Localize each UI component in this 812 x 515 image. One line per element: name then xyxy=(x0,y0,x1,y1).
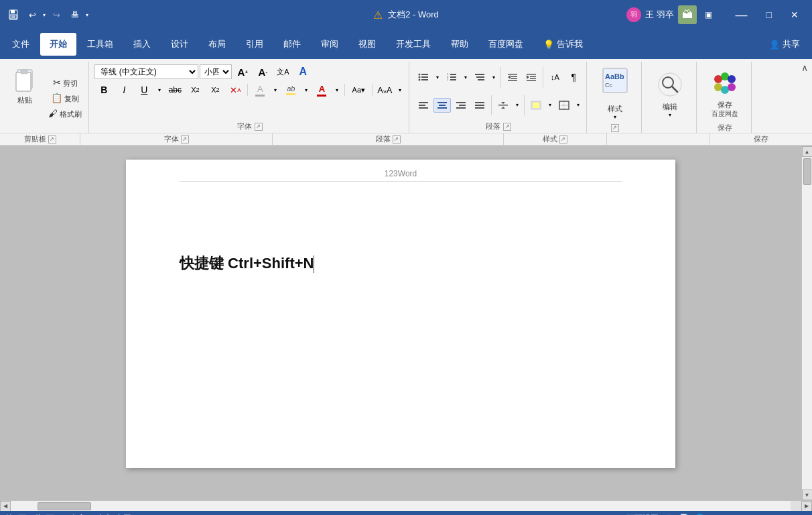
document-page[interactable]: 123Word 快捷键 Ctrl+Shift+N xyxy=(126,160,675,468)
h-scroll-thumb[interactable] xyxy=(38,502,91,510)
paste-button[interactable]: 粘贴 xyxy=(7,64,43,108)
clipboard-expand-icon[interactable]: ↗ xyxy=(48,135,56,144)
redo-btn[interactable]: ↪ xyxy=(48,7,64,23)
ribbon-collapse-btn[interactable]: ∧ xyxy=(799,62,811,74)
style-expand-icon2[interactable]: ↗ xyxy=(559,135,567,144)
menu-home[interactable]: 开始 xyxy=(40,33,76,56)
menu-design[interactable]: 设计 xyxy=(161,33,198,56)
shading-dropdown[interactable]: ▾ xyxy=(546,98,554,113)
text-color-btn[interactable]: A xyxy=(312,81,331,99)
menu-mailings[interactable]: 邮件 xyxy=(274,33,310,56)
minimize-btn[interactable]: — xyxy=(728,7,756,23)
menu-share[interactable]: 👤 共享 xyxy=(760,33,809,56)
menu-developer[interactable]: 开发工具 xyxy=(387,33,440,56)
save-baidu-button[interactable]: 保存 百度网盘 xyxy=(705,63,745,121)
undo-dropdown[interactable]: ▾ xyxy=(43,12,46,18)
align-right-btn[interactable] xyxy=(452,98,470,113)
font-color-dropdown[interactable]: ▾ xyxy=(271,82,280,97)
vertical-scrollbar[interactable]: ▲ ▼ xyxy=(801,146,812,500)
menu-review[interactable]: 审阅 xyxy=(312,33,348,56)
menu-references[interactable]: 引用 xyxy=(236,33,273,56)
aa-btn[interactable]: Aa▾ xyxy=(348,82,369,97)
menu-help[interactable]: 帮助 xyxy=(442,33,478,56)
clear-format-btn[interactable]: ✕A xyxy=(226,82,245,97)
menu-view[interactable]: 视图 xyxy=(349,33,385,56)
scroll-down-btn[interactable]: ▼ xyxy=(802,490,813,500)
scroll-up-btn[interactable]: ▲ xyxy=(802,146,813,157)
underline-button[interactable]: U xyxy=(135,82,153,97)
scroll-thumb[interactable] xyxy=(803,158,811,185)
undo-btn[interactable]: ↩ xyxy=(24,7,40,23)
align-left-btn[interactable] xyxy=(415,98,432,113)
highlight-dropdown[interactable]: ▾ xyxy=(301,82,311,97)
bold-button[interactable]: B xyxy=(94,82,113,97)
bullets-dropdown[interactable]: ▾ xyxy=(433,70,442,84)
multilevel-dropdown[interactable]: ▾ xyxy=(490,70,498,84)
char-spacing-dropdown[interactable]: ▾ xyxy=(395,82,405,97)
menu-layout[interactable]: 布局 xyxy=(199,33,235,56)
print-preview-btn[interactable]: 🖶 xyxy=(67,7,83,23)
char-spacing-btn[interactable]: AᵥA xyxy=(375,82,394,97)
shading-btn[interactable] xyxy=(527,98,545,113)
customize-qa-btn[interactable]: ▾ xyxy=(86,12,88,18)
superscript-btn[interactable]: X2 xyxy=(206,82,224,97)
decrease-indent-btn[interactable] xyxy=(504,70,521,84)
document-content[interactable]: 快捷键 Ctrl+Shift+N xyxy=(180,253,622,274)
numbering-btn[interactable]: 1.2.3. xyxy=(443,70,460,84)
font-expand-btn[interactable]: ↗ xyxy=(255,123,263,131)
cut-button[interactable]: ✂ 剪切 xyxy=(46,76,84,90)
maximize-btn[interactable]: □ xyxy=(758,8,780,21)
svg-rect-43 xyxy=(475,107,484,109)
underline-dropdown[interactable]: ▾ xyxy=(155,82,164,97)
strikethrough-btn[interactable]: abc xyxy=(165,82,184,97)
font-size-select[interactable]: 小四 xyxy=(200,64,232,79)
h-scroll-left-btn[interactable]: ◀ xyxy=(0,501,11,512)
font-a-btn[interactable]: A xyxy=(293,64,312,79)
line-spacing-btn[interactable] xyxy=(494,98,512,113)
justify-btn[interactable] xyxy=(471,98,488,113)
borders-dropdown[interactable]: ▾ xyxy=(574,98,582,113)
format-painter-button[interactable]: 🖌 格式刷 xyxy=(46,107,84,121)
increase-indent-btn[interactable] xyxy=(523,70,540,84)
svg-rect-30 xyxy=(530,78,536,80)
menu-file[interactable]: 文件 xyxy=(3,33,39,56)
font-family-select[interactable]: 等线 (中文正文) xyxy=(94,64,198,79)
menu-toolbox[interactable]: 工具箱 xyxy=(78,33,123,56)
style-expand-btn[interactable]: ↗ xyxy=(611,124,619,132)
menu-insert[interactable]: 插入 xyxy=(124,33,160,56)
para-footer-label: 段落 xyxy=(376,134,391,144)
view-mode-btn[interactable]: 页面视图 xyxy=(626,513,659,516)
font-color-btn[interactable]: A xyxy=(251,81,269,99)
save-quick-btn[interactable] xyxy=(5,7,21,23)
menu-tell-me[interactable]: 💡 告诉我 xyxy=(534,33,592,56)
numbering-dropdown[interactable]: ▾ xyxy=(462,70,470,84)
svg-rect-39 xyxy=(459,105,466,106)
subscript-btn[interactable]: X2 xyxy=(186,82,204,97)
sort-btn[interactable]: ↕A xyxy=(546,70,563,84)
show-marks-btn[interactable]: ¶ xyxy=(565,70,582,84)
align-center-btn[interactable] xyxy=(433,98,451,113)
font-enlarge-btn[interactable]: A+ xyxy=(233,64,252,79)
text-color-dropdown[interactable]: ▾ xyxy=(332,82,342,97)
document-scroll[interactable]: 123Word 快捷键 Ctrl+Shift+N xyxy=(0,146,801,500)
h-scroll-track[interactable] xyxy=(11,501,791,511)
h-scroll-right-btn[interactable]: ▶ xyxy=(801,501,812,512)
multilevel-btn[interactable] xyxy=(471,70,488,84)
italic-button[interactable]: I xyxy=(115,82,133,97)
ribbon-display-btn[interactable]: ▣ xyxy=(701,7,717,23)
scroll-track[interactable] xyxy=(802,157,812,490)
wen-btn[interactable]: 文A xyxy=(273,64,292,79)
close-btn[interactable]: ✕ xyxy=(783,8,807,21)
highlight-btn[interactable]: ab xyxy=(281,81,300,99)
styles-button[interactable]: AaBb Cc 样式 ▾ xyxy=(596,64,634,123)
font-expand-icon2[interactable]: ↗ xyxy=(181,135,189,144)
para-expand-icon2[interactable]: ↗ xyxy=(393,135,401,144)
edit-button[interactable]: 编辑 ▾ xyxy=(651,64,689,121)
copy-button[interactable]: 📋 复制 xyxy=(46,91,84,105)
menu-baidu[interactable]: 百度网盘 xyxy=(479,33,533,56)
bullets-btn[interactable] xyxy=(415,70,432,84)
font-shrink-btn[interactable]: A- xyxy=(253,64,272,79)
borders-btn[interactable] xyxy=(555,98,573,113)
para-expand-btn[interactable]: ↗ xyxy=(503,123,511,131)
line-spacing-dropdown[interactable]: ▾ xyxy=(513,98,521,113)
